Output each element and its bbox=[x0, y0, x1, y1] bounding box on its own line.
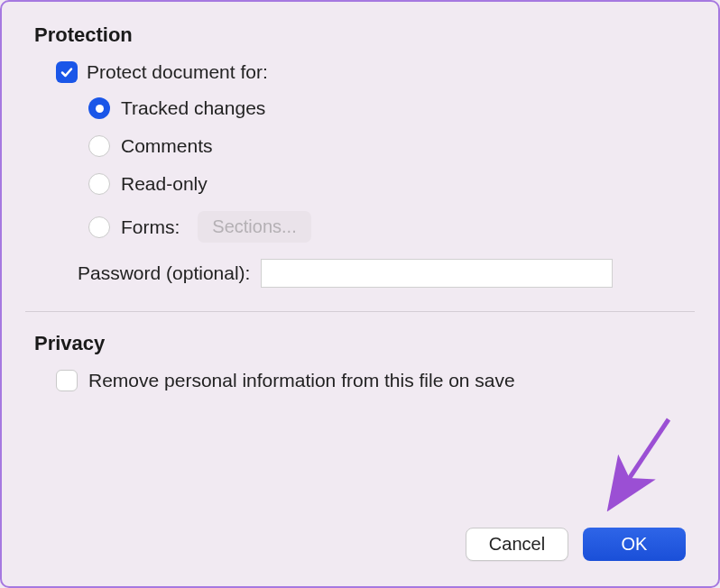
password-row: Password (optional): bbox=[78, 259, 686, 288]
cancel-button[interactable]: Cancel bbox=[466, 528, 568, 561]
arrow-annotation-icon bbox=[574, 415, 682, 523]
comments-label: Comments bbox=[121, 135, 213, 157]
forms-row[interactable]: Forms: Sections... bbox=[88, 211, 686, 243]
sections-button: Sections... bbox=[198, 211, 310, 243]
tracked-changes-radio[interactable] bbox=[88, 97, 110, 119]
password-label: Password (optional): bbox=[78, 262, 250, 284]
remove-info-label: Remove personal information from this fi… bbox=[88, 370, 515, 391]
read-only-label: Read-only bbox=[121, 173, 208, 195]
privacy-title: Privacy bbox=[34, 332, 686, 355]
read-only-radio[interactable] bbox=[88, 173, 110, 195]
password-input[interactable] bbox=[261, 259, 613, 288]
check-icon bbox=[60, 65, 74, 79]
ok-button[interactable]: OK bbox=[583, 528, 686, 561]
forms-label: Forms: bbox=[121, 216, 180, 238]
read-only-row[interactable]: Read-only bbox=[88, 173, 686, 195]
svg-line-0 bbox=[614, 419, 669, 501]
protection-radio-group: Tracked changes Comments Read-only Forms… bbox=[88, 97, 686, 243]
forms-radio[interactable] bbox=[88, 216, 110, 238]
section-divider bbox=[25, 311, 695, 312]
remove-info-checkbox[interactable] bbox=[56, 370, 78, 391]
dialog-buttons: Cancel OK bbox=[466, 528, 686, 561]
protect-document-checkbox[interactable] bbox=[56, 61, 78, 83]
protect-document-label: Protect document for: bbox=[87, 61, 268, 83]
comments-row[interactable]: Comments bbox=[88, 135, 686, 157]
comments-radio[interactable] bbox=[88, 135, 110, 157]
remove-info-row[interactable]: Remove personal information from this fi… bbox=[56, 370, 686, 391]
tracked-changes-label: Tracked changes bbox=[121, 97, 265, 119]
tracked-changes-row[interactable]: Tracked changes bbox=[88, 97, 686, 119]
protection-section: Protection Protect document for: Tracked… bbox=[34, 23, 686, 288]
privacy-section: Privacy Remove personal information from… bbox=[34, 332, 686, 391]
protect-document-row[interactable]: Protect document for: bbox=[56, 61, 686, 83]
protection-title: Protection bbox=[34, 23, 686, 47]
